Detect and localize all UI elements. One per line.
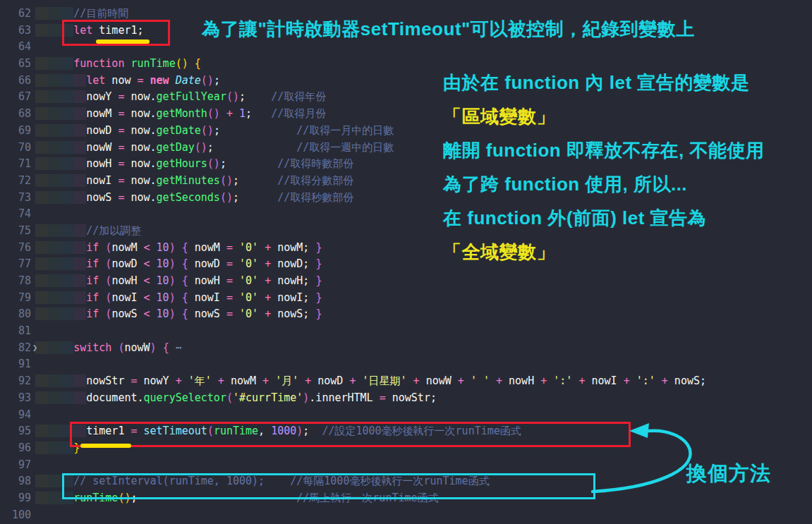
indent-guide [73,224,86,237]
line-number[interactable]: 64 [0,39,31,56]
line-number[interactable]: 92 [0,373,31,390]
code-token: getFullYear [157,90,226,103]
indent-guide [48,7,61,20]
code-line[interactable]: 80 if (nowS < 10) { nowS = '0' + nowS; } [0,306,812,323]
indent-guide [35,124,48,137]
line-number[interactable]: 72 [0,173,31,190]
code-line[interactable]: 82❯ switch (nowW) { ⋯ [0,340,812,357]
code-token: '0' [239,291,258,304]
line-number[interactable]: 69 [0,123,31,140]
code-token: 10 [157,274,169,287]
fold-arrow-icon[interactable]: ❯ [32,340,37,357]
code-line[interactable]: 77 if (nowD < 10) { nowD = '0' + nowD; } [0,256,812,273]
code-token: nowH [86,157,118,170]
line-number[interactable]: 100 [0,507,31,524]
code-token [176,291,182,304]
code-line[interactable]: 93 document.querySelector('#currTime').i… [0,390,812,407]
line-number[interactable]: 93 [0,390,31,407]
code-token: () [201,74,214,87]
line-number[interactable]: 67 [0,89,31,106]
code-token: ) [169,307,176,320]
code-line[interactable]: 95 timer1 = setTimeout(runTime, 1000); /… [0,423,812,440]
line-number[interactable]: 71 [0,156,31,173]
line-number[interactable]: 78 [0,273,31,290]
indent-guide [48,124,61,137]
line-number[interactable]: 77 [0,256,31,273]
code-line[interactable]: 63 let timer1; [0,23,812,39]
line-number[interactable]: 81 [0,323,31,340]
code-line[interactable]: 67 nowY = now.getFullYear(); //取得年份 [0,89,812,106]
code-token: now. [124,124,156,137]
line-number[interactable]: 66 [0,73,31,90]
line-number[interactable]: 76 [0,240,31,257]
code-token: ; [246,107,271,120]
line-number[interactable]: 98 [0,473,31,490]
line-number[interactable]: 62 [0,6,31,23]
code-line[interactable]: 91 [0,356,812,373]
code-line[interactable]: 81 [0,323,812,340]
line-number[interactable]: 96 [0,440,31,457]
code-line[interactable]: 64 [0,39,812,56]
code-token: + [265,291,271,304]
code-line[interactable]: 92 nowStr = nowY + '年' + nowM + '月' + no… [0,373,812,390]
line-number[interactable]: 65 [0,56,31,73]
code-token: document. [86,391,143,404]
indent-guide [35,441,48,454]
code-line[interactable]: 78 if (nowH < 10) { nowH = '0' + nowH; } [0,273,812,290]
code-line[interactable]: 62 //目前時間 [0,6,812,23]
line-number[interactable]: 95 [0,423,31,440]
code-line[interactable]: 99 runTime(); //馬上執行一次runTime函式 [0,490,812,507]
line-number[interactable]: 63 [0,23,31,39]
indent-guide [48,24,61,37]
indent-guide [35,174,48,187]
indent-guide [48,74,61,87]
line-number[interactable]: 94 [0,407,31,424]
code-line[interactable]: 75 //加以調整 [0,223,812,240]
code-line[interactable]: 100 [0,507,812,524]
code-editor[interactable]: 62 //目前時間63 let timer1;6465 function run… [0,0,812,524]
line-number[interactable]: 70 [0,140,31,157]
code-token: runTime [131,57,175,70]
code-token: '#currTime' [233,391,303,404]
indent-guide [73,374,86,387]
code-line[interactable]: 69 nowD = now.getDate(); //取得一月中的日數 [0,123,812,140]
code-line[interactable]: 71 nowH = now.getHours(); //取得時數部份 [0,156,812,173]
code-line[interactable]: 72 nowI = now.getMinutes(); //取得分數部份 [0,173,812,190]
indent-guide [48,341,61,354]
code-line[interactable]: 73 nowS = now.getSeconds(); //取得秒數部份 [0,190,812,207]
code-token: //取得時數部份 [277,157,353,170]
line-number[interactable]: 99 [0,490,31,507]
code-line[interactable]: 94 [0,407,812,424]
line-number[interactable]: 80 [0,306,31,323]
code-token: < [144,307,150,320]
line-number[interactable]: 91 [0,356,31,373]
code-line[interactable]: 70 nowW = now.getDay(); //取得一週中的日數 [0,140,812,157]
code-line[interactable]: 98 // setInterval(runTime, 1000); //每隔10… [0,473,812,490]
line-number[interactable]: 73 [0,190,31,207]
line-number[interactable]: 97 [0,457,31,474]
indent-guide [48,425,61,437]
code-token: ; [303,425,322,437]
code-line[interactable]: 66 let now = new Date(); [0,73,812,90]
code-token: { [182,274,188,287]
indent-guide [48,174,61,187]
indent-guide [61,124,73,137]
code-line[interactable]: 79 if (nowI < 10) { nowI = '0' + nowI; } [0,290,812,307]
code-line[interactable]: 96 } [0,440,812,457]
line-number[interactable]: 82 [0,340,31,357]
code-token: < [144,241,150,254]
code-token: //取得一月中的日數 [296,124,394,137]
code-line[interactable]: 74 [0,206,812,223]
code-line[interactable]: 68 nowM = now.getMonth() + 1; //取得月份 [0,106,812,123]
code-line[interactable]: 65 function runTime() { [0,56,812,73]
line-number[interactable]: 74 [0,206,31,223]
code-line[interactable]: 76 if (nowM < 10) { nowM = '0' + nowM; } [0,240,812,257]
code-token: { [182,307,188,320]
line-number[interactable]: 68 [0,106,31,123]
line-number[interactable]: 75 [0,223,31,240]
line-number[interactable]: 79 [0,290,31,307]
code-token: nowM; [271,241,315,254]
code-line[interactable]: 97 [0,457,812,474]
code-token: { [195,57,201,70]
indent-guide [73,425,86,437]
